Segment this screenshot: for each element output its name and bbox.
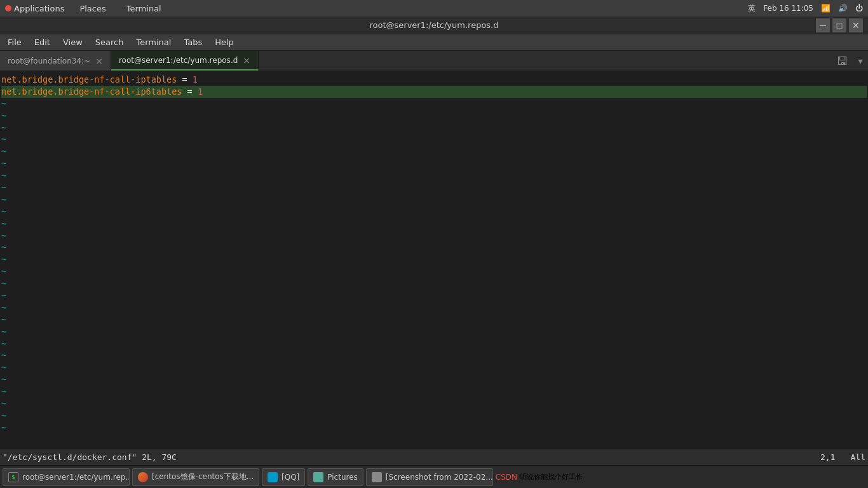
line-11: ~ <box>1 194 867 206</box>
menu-edit[interactable]: Edit <box>29 36 55 48</box>
line-19: ~ <box>1 290 867 302</box>
taskbar-user-label: 听说你能找个好工作 <box>520 472 583 482</box>
lang-indicator[interactable]: 英 <box>748 3 756 14</box>
line-16: ~ <box>1 254 867 266</box>
taskbar-terminal-label: root@server1:/etc/yum.rep... <box>22 473 130 482</box>
line-13: ~ <box>1 218 867 230</box>
firefox-taskbar-icon <box>138 472 148 482</box>
line-26: ~ <box>1 374 867 386</box>
taskbar-qq[interactable]: [QQ] <box>262 468 305 486</box>
close-button[interactable]: ✕ <box>849 18 863 32</box>
line-22: ~ <box>1 326 867 338</box>
menu-bar: File Edit View Search Terminal Tabs Help <box>0 34 868 51</box>
taskbar-files-label: Pictures <box>327 473 358 482</box>
menu-file[interactable]: File <box>3 36 27 48</box>
line-6: ~ <box>1 133 867 146</box>
taskbar-firefox-label: [centos镜像-centos下载地... <box>152 471 254 482</box>
status-file-info: "/etc/sysctl.d/docker.conf" 2L, 79C <box>3 452 820 462</box>
line-24: ~ <box>1 349 867 362</box>
line-9: ~ <box>1 170 867 182</box>
line-21: ~ <box>1 314 867 326</box>
taskbar-screenshot-label: [Screenshot from 2022-02... <box>386 473 493 482</box>
line-5: ~ <box>1 122 867 134</box>
taskbar-terminal[interactable]: $ root@server1:/etc/yum.rep... <box>3 468 130 486</box>
line-10: ~ <box>1 182 867 194</box>
line-29: ~ <box>1 410 867 422</box>
title-bar-buttons: ─ □ ✕ <box>816 18 863 32</box>
taskbar-screenshot[interactable]: [Screenshot from 2022-02... <box>366 468 493 486</box>
power-icon: ⏻ <box>855 4 863 13</box>
applications-label[interactable]: Applications <box>14 4 64 13</box>
wifi-icon: 📶 <box>821 4 831 13</box>
line-18: ~ <box>1 278 867 290</box>
minimize-button[interactable]: ─ <box>816 18 830 32</box>
line-3: ~ <box>1 98 867 110</box>
maximize-button[interactable]: □ <box>832 18 846 32</box>
system-bar: Applications Places Terminal 英 Feb 16 11… <box>0 0 868 17</box>
sound-icon: 🔊 <box>838 4 848 13</box>
tab-foundation-label: root@foundation34:~ <box>8 57 90 65</box>
tab-foundation-close[interactable]: × <box>95 57 103 65</box>
tab-foundation[interactable]: root@foundation34:~ × <box>0 51 111 71</box>
window-title: root@server1:/etc/yum.repos.d <box>369 20 498 30</box>
line-14: ~ <box>1 230 867 242</box>
screenshot-taskbar-icon <box>372 472 382 482</box>
line-15: ~ <box>1 241 867 254</box>
line-17: ~ <box>1 266 867 278</box>
line-25: ~ <box>1 362 867 374</box>
taskbar-firefox[interactable]: [centos镜像-centos下载地... <box>132 468 259 486</box>
menu-terminal[interactable]: Terminal <box>131 36 176 48</box>
menu-tabs[interactable]: Tabs <box>179 36 207 48</box>
taskbar-csdn-label: CSDN <box>496 473 517 482</box>
line-1: net.bridge.bridge-nf-call-iptables = 1 <box>1 74 867 86</box>
terminal-taskbar-icon: $ <box>8 472 18 482</box>
status-bar: "/etc/sysctl.d/docker.conf" 2L, 79C 2,1 … <box>0 449 868 465</box>
menu-help[interactable]: Help <box>210 36 239 48</box>
line-30: ~ <box>1 422 867 434</box>
save-session-icon: 🖫 <box>837 54 848 67</box>
menu-view[interactable]: View <box>58 36 88 48</box>
tab-dropdown-button[interactable]: ▾ <box>853 51 868 71</box>
title-bar: root@server1:/etc/yum.repos.d ─ □ ✕ <box>0 17 868 34</box>
tab-server1[interactable]: root@server1:/etc/yum.repos.d × <box>111 51 259 71</box>
line-12: ~ <box>1 206 867 218</box>
taskbar: $ root@server1:/etc/yum.rep... [centos镜像… <box>0 465 868 488</box>
new-tab-button[interactable]: 🖫 <box>832 51 853 71</box>
line-23: ~ <box>1 338 867 350</box>
system-bar-left: Applications Places Terminal <box>5 3 166 15</box>
applications-menu[interactable]: Applications <box>5 4 64 13</box>
files-taskbar-icon <box>313 472 323 482</box>
terminal-content: net.bridge.bridge-nf-call-iptables = 1 n… <box>0 71 868 449</box>
menu-search[interactable]: Search <box>90 36 129 48</box>
datetime-indicator: Feb 16 11:05 <box>763 4 813 13</box>
tab-server1-close[interactable]: × <box>243 56 250 65</box>
taskbar-files[interactable]: Pictures <box>308 468 363 486</box>
line-27: ~ <box>1 386 867 398</box>
line-4: ~ <box>1 110 867 122</box>
tabs-bar: root@foundation34:~ × root@server1:/etc/… <box>0 51 868 71</box>
system-bar-right: 英 Feb 16 11:05 📶 🔊 ⏻ <box>748 3 863 14</box>
status-view: All <box>851 452 865 462</box>
tab-server1-label: root@server1:/etc/yum.repos.d <box>119 56 238 65</box>
line-28: ~ <box>1 398 867 410</box>
status-right: 2,1 All <box>820 452 865 462</box>
line-7: ~ <box>1 146 867 158</box>
places-menu[interactable]: Places <box>74 3 111 15</box>
taskbar-qq-label: [QQ] <box>281 473 299 482</box>
line-2: net.bridge.bridge-nf-call-ip6tables = 1 <box>1 86 867 98</box>
status-position: 2,1 <box>820 452 835 462</box>
terminal-menu[interactable]: Terminal <box>121 3 166 15</box>
line-8: ~ <box>1 158 867 170</box>
qq-taskbar-icon <box>268 472 278 482</box>
gnome-dot <box>5 5 11 11</box>
line-20: ~ <box>1 302 867 314</box>
